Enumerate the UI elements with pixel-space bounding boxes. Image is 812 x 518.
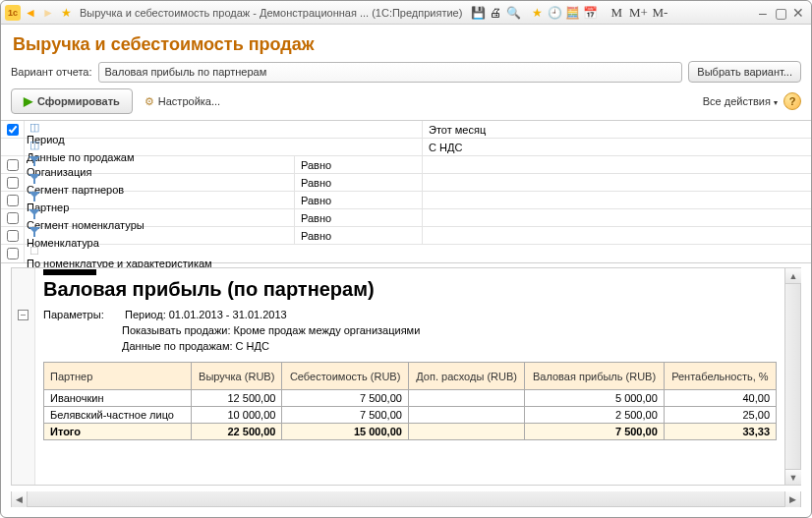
minimize-button[interactable]: – [754, 5, 772, 21]
save-icon[interactable]: 💾 [470, 5, 486, 21]
variant-row: Вариант отчета: Выбрать вариант... [1, 61, 811, 88]
param-value[interactable] [423, 192, 811, 208]
param-row-salesdata[interactable]: ◫Данные по продажам С НДС [1, 139, 811, 156]
param-value[interactable] [423, 156, 811, 173]
param-check[interactable] [7, 248, 19, 259]
report-param-show: Показывать продажи: Кроме продаж между о… [122, 324, 420, 336]
maximize-button[interactable]: ▢ [772, 5, 789, 21]
all-actions-label: Все действия [703, 95, 771, 107]
col-cost: Себестоимость (RUB) [282, 363, 408, 390]
param-op[interactable]: Равно [295, 174, 423, 191]
param-op[interactable]: Равно [295, 227, 423, 244]
memory-m-button[interactable]: M [606, 5, 627, 21]
memory-mplus-button[interactable]: M+ [627, 5, 649, 21]
generate-button[interactable]: ▶ Сформировать [11, 88, 133, 114]
calendar-icon[interactable]: 📅 [582, 5, 598, 21]
cell-cost: 15 000,00 [282, 424, 408, 440]
cell-profit: 5 000,00 [525, 390, 664, 407]
report-table: Партнер Выручка (RUB) Себестоимость (RUB… [43, 362, 777, 440]
page-title: Выручка и себестоимость продаж [1, 25, 811, 61]
param-value[interactable] [423, 174, 811, 191]
report-param-data: Данные по продажам: С НДС [122, 340, 269, 352]
all-actions-link[interactable]: Все действия ▾ [703, 95, 778, 107]
close-button[interactable]: ✕ [789, 5, 807, 21]
toolbar: ▶ Сформировать ⚙ Настройка... Все действ… [1, 88, 811, 120]
generate-label: Сформировать [37, 95, 120, 107]
print-icon[interactable]: 🖨 [488, 5, 503, 21]
cell-cost: 7 500,00 [282, 390, 408, 407]
cell-revenue: 10 000,00 [192, 407, 282, 424]
scroll-right-icon[interactable]: ▶ [784, 491, 800, 507]
param-row-period[interactable]: ◫Период Этот месяц [1, 121, 811, 139]
table-row[interactable]: Белявский-частное лицо 10 000,00 7 500,0… [44, 407, 777, 424]
param-row-segnom[interactable]: Сегмент номенклатуры Равно [1, 209, 811, 227]
cell-cost: 7 500,00 [282, 407, 408, 424]
selection-marker [43, 269, 96, 275]
memory-mminus-button[interactable]: M- [649, 5, 670, 21]
param-op[interactable]: Равно [295, 156, 423, 173]
cell-revenue: 22 500,00 [192, 424, 282, 440]
report-param-period: Период: 01.01.2013 - 31.01.2013 [125, 309, 287, 320]
scroll-up-icon[interactable]: ▲ [785, 268, 801, 284]
star-icon[interactable]: ★ [529, 5, 545, 21]
scroll-left-icon[interactable]: ◀ [12, 491, 28, 507]
param-check[interactable] [7, 177, 19, 189]
vertical-scrollbar[interactable]: ▲ ▼ [784, 268, 800, 485]
back-icon[interactable]: ◄ [23, 5, 38, 21]
preview-icon[interactable]: 🔍 [505, 5, 521, 21]
choose-variant-button[interactable]: Выбрать вариант... [688, 61, 801, 83]
param-row-bycharacter[interactable]: ☐По номенклатуре и характеристикам [1, 245, 811, 262]
scroll-down-icon[interactable]: ▼ [785, 469, 801, 485]
filter-icon [29, 227, 40, 237]
filter-icon [29, 209, 40, 219]
settings-label: Настройка... [158, 95, 220, 107]
table-total-row: Итого 22 500,00 15 000,00 7 500,00 33,33 [44, 424, 777, 440]
cell-partner: Белявский-частное лицо [44, 407, 192, 424]
report-params: Параметры: Период: 01.01.2013 - 31.01.20… [35, 307, 784, 362]
param-value[interactable] [423, 227, 811, 244]
param-value[interactable]: С НДС [423, 139, 811, 155]
param-check[interactable] [7, 230, 19, 242]
col-profit: Валовая прибыль (RUB) [525, 363, 664, 390]
period-icon: ◫ [29, 121, 39, 134]
variant-label: Вариант отчета: [11, 66, 92, 78]
table-row[interactable]: Иваночкин 12 500,00 7 500,00 5 000,00 40… [44, 390, 777, 407]
report-body[interactable]: Валовая прибыль (по партнерам) Параметры… [35, 268, 784, 485]
history-icon[interactable]: 🕘 [547, 5, 562, 21]
cell-extra [408, 390, 524, 407]
settings-icon: ⚙ [145, 95, 154, 108]
report-gutter: – [12, 268, 35, 485]
param-check[interactable] [7, 212, 19, 224]
collapse-toggle[interactable]: – [18, 310, 29, 320]
filter-icon [29, 156, 40, 166]
settings-link[interactable]: ⚙ Настройка... [141, 91, 224, 112]
table-header-row: Партнер Выручка (RUB) Себестоимость (RUB… [44, 363, 777, 390]
param-value[interactable] [423, 209, 811, 226]
cell-extra [408, 407, 524, 424]
filter-icon [29, 174, 40, 184]
chevron-down-icon: ▾ [774, 98, 778, 107]
cell-profit: 2 500,00 [525, 407, 664, 424]
param-check[interactable] [7, 159, 19, 171]
filter-icon [29, 192, 40, 201]
help-icon[interactable]: ? [783, 92, 801, 110]
param-row-nom[interactable]: Номенклатура Равно [1, 227, 811, 245]
param-row-org[interactable]: Организация Равно [1, 156, 811, 174]
play-icon: ▶ [24, 94, 32, 108]
param-row-segpartner[interactable]: Сегмент партнеров Равно [1, 174, 811, 192]
param-value[interactable]: Этот месяц [423, 121, 811, 138]
cell-extra [408, 424, 524, 440]
param-op[interactable]: Равно [295, 209, 423, 226]
param-row-partner[interactable]: Партнер Равно [1, 192, 811, 209]
cell-revenue: 12 500,00 [192, 390, 282, 407]
cell-margin: 33,33 [664, 424, 776, 440]
favorite-icon[interactable]: ★ [58, 5, 74, 21]
variant-input[interactable] [98, 62, 683, 83]
horizontal-scrollbar[interactable]: ◀ ▶ [11, 491, 801, 507]
calculator-icon[interactable]: 🧮 [564, 5, 580, 21]
param-check[interactable] [7, 195, 19, 206]
param-check-period[interactable] [7, 124, 19, 136]
param-op[interactable]: Равно [295, 192, 423, 208]
forward-icon[interactable]: ► [40, 5, 56, 21]
col-partner: Партнер [44, 363, 192, 390]
